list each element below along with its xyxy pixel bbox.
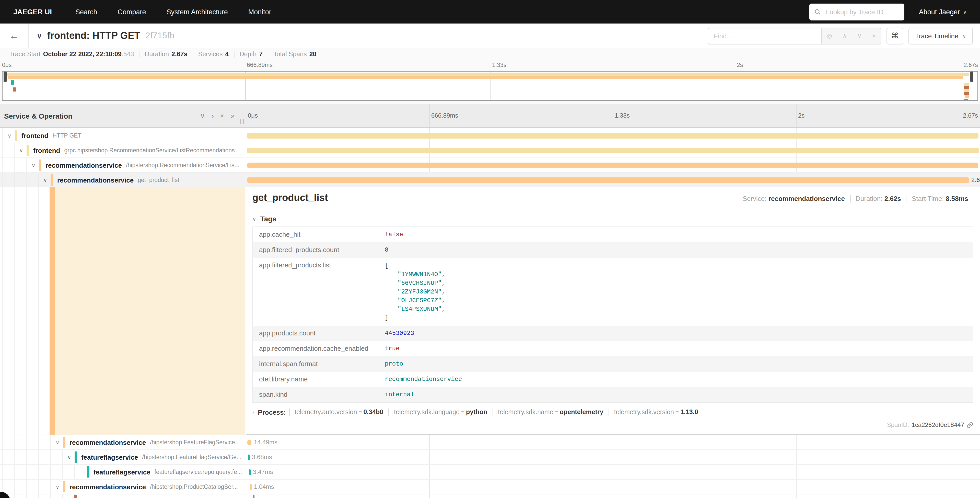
chevron-down-icon[interactable]: ∨ (54, 484, 61, 490)
tag-key: otel.library.name (253, 372, 385, 383)
span-detail-left-accent (0, 187, 246, 434)
nav-item-search[interactable]: Search (65, 8, 108, 16)
span-name-cell[interactable]: ∨ recommendationservice /hipstershop.Pro… (0, 480, 246, 494)
span-timeline-cell[interactable]: 14.49ms (246, 435, 980, 449)
span-timeline-cell[interactable] (246, 143, 980, 158)
span-timeline-cell[interactable]: 1.04ms (246, 480, 980, 494)
span-timeline-cell[interactable] (246, 128, 980, 143)
about-jaeger-label: About Jaeger (919, 8, 960, 16)
span-bar[interactable] (247, 148, 979, 153)
tag-value: proto (385, 356, 973, 368)
span-timeline-cell[interactable]: 3.68ms (246, 450, 980, 464)
chevron-down-icon[interactable]: ∨ (54, 439, 61, 445)
back-button[interactable]: ← (0, 24, 29, 48)
detail-duration: Duration: 2.62s (850, 195, 906, 203)
tag-key: app.filtered_products.count (253, 243, 385, 254)
nav-item-compare[interactable]: Compare (108, 8, 156, 16)
span-timeline-cell[interactable] (246, 495, 980, 498)
chevron-right-icon: › (252, 409, 254, 415)
service-color-bar (39, 160, 41, 171)
span-operation: grpc.hipstershop.RecommendationService/L… (64, 147, 234, 153)
service-color-bar (87, 466, 89, 477)
search-icon (815, 8, 821, 15)
span-bar[interactable] (250, 484, 252, 490)
span-timeline-cell[interactable] (246, 158, 980, 172)
span-name-cell[interactable]: ∨ recommendationservice /hipstershop.Rec… (0, 158, 246, 172)
span-name-cell[interactable]: ∨ featureflagservice /hipstershop.Featur… (0, 450, 246, 464)
span-bar[interactable] (247, 163, 978, 168)
service-operation-label: Service & Operation (0, 112, 73, 120)
span-bar[interactable] (249, 469, 251, 475)
span-name-cell[interactable] (0, 495, 246, 498)
detail-operation-name: get_product_list (252, 192, 328, 203)
span-service: recommendationservice (70, 483, 146, 491)
span-operation: /hipstershop.RecommendationService/Lis..… (126, 162, 239, 168)
span-service: recommendationservice (70, 439, 146, 446)
column-resizer-handle[interactable] (240, 119, 244, 124)
about-jaeger-menu[interactable]: About Jaeger ∨ (919, 8, 967, 16)
span-id-value: 1ca2262df0e18447 (912, 421, 964, 428)
chevron-down-icon[interactable]: ∨ (18, 147, 24, 153)
link-icon[interactable] (967, 421, 974, 428)
minimap-span-end-teal (964, 99, 968, 100)
chevron-down-icon[interactable]: ∨ (66, 454, 73, 460)
span-duration-label: 14.49ms (254, 435, 277, 449)
trace-view-selector[interactable]: Trace Timeline ∨ (908, 27, 973, 44)
span-bar[interactable] (247, 133, 978, 139)
timeline-ticks-header: 0μs 666.89ms 1.33s 2s 2.67s (246, 104, 980, 127)
span-name-cell[interactable]: ∨ frontend grpc.hipstershop.Recommendati… (0, 143, 246, 158)
service-color-bar (51, 174, 53, 185)
trace-lookup-input[interactable] (825, 7, 896, 16)
minimap-span-frontend (6, 73, 969, 76)
minimap-scrubber-right[interactable] (970, 72, 974, 82)
keyboard-shortcuts-button[interactable]: ⌘ (886, 27, 904, 44)
timeline-tick-0: 0μs (248, 112, 258, 119)
chevron-down-icon[interactable]: ∨ (42, 177, 49, 183)
collapse-one-icon[interactable]: ∨ (200, 112, 205, 119)
tags-section-toggle[interactable]: ∨ Tags (252, 211, 974, 227)
tag-row: app.filtered_products.list [ 1YMWWN1N4O … (253, 258, 973, 326)
span-timeline-cell[interactable]: 3.47ms (246, 465, 980, 479)
find-next-icon[interactable]: ∨ (857, 32, 862, 39)
trace-view-label: Trace Timeline (915, 32, 959, 40)
nav-item-system-architecture[interactable]: System Architecture (156, 8, 238, 16)
process-section[interactable]: › Process: telemetry.auto.version0.34b0 … (252, 405, 974, 419)
span-name-cell[interactable]: featureflagservice featureflagservice.re… (0, 465, 246, 479)
span-row: ∨ recommendationservice /hipstershop.Rec… (0, 158, 980, 172)
expand-one-icon[interactable]: › (212, 112, 214, 119)
span-row: ∨ recommendationservice /hipstershop.Pro… (0, 479, 980, 494)
chevron-down-icon[interactable]: ∨ (6, 132, 13, 138)
span-name-cell[interactable]: ∨ recommendationservice get_product_list (0, 173, 246, 187)
span-name-cell[interactable]: ∨ recommendationservice /hipstershop.Fea… (0, 435, 246, 449)
span-bar[interactable] (248, 455, 250, 460)
tag-row: span.kind internal (253, 387, 973, 402)
tag-row: app.cache_hit false (253, 227, 973, 243)
collapse-all-icon[interactable]: » (219, 114, 226, 118)
trace-stats-bar: Trace Start October 22 2022, 22:10:09.54… (0, 48, 980, 60)
timeline-content: Service & Operation ∨ › » » 0μs 666.89ms… (0, 104, 980, 498)
span-operation: /hipstershop.FeatureFlagService/Ge... (142, 454, 242, 460)
locate-icon[interactable]: ◎ (827, 32, 832, 39)
minimap-axis: 0μs 666.89ms 1.33s 2s 2.67s (0, 60, 980, 70)
nav-item-monitor[interactable]: Monitor (238, 8, 282, 16)
minimap-scrubber-left[interactable] (3, 72, 6, 82)
trace-collapse-toggle[interactable]: ∨ (37, 32, 42, 40)
find-prev-icon[interactable]: ∧ (842, 32, 847, 39)
span-bar[interactable] (247, 177, 969, 183)
chevron-down-icon[interactable]: ∨ (30, 162, 37, 168)
minimap-span-recommendation (8, 76, 963, 79)
tag-value: 8 (385, 243, 973, 254)
span-row: featureflagservice featureflagservice.re… (0, 464, 980, 479)
minimap-canvas[interactable] (2, 71, 978, 101)
find-input[interactable] (708, 27, 821, 44)
brand-jaeger-ui[interactable]: JAEGER UI (0, 8, 65, 16)
span-service: recommendationservice (46, 161, 122, 169)
span-bar[interactable] (247, 440, 251, 445)
expand-all-icon[interactable]: » (231, 112, 234, 119)
find-clear-icon[interactable]: × (872, 32, 875, 39)
span-timeline-cell[interactable]: 2.62s (246, 173, 980, 187)
minimap-span-end-cluster (965, 95, 969, 97)
column-divider[interactable] (246, 104, 246, 498)
span-name-cell[interactable]: ∨ frontend HTTP GET (0, 128, 246, 143)
span-service: featureflagservice (81, 453, 138, 461)
